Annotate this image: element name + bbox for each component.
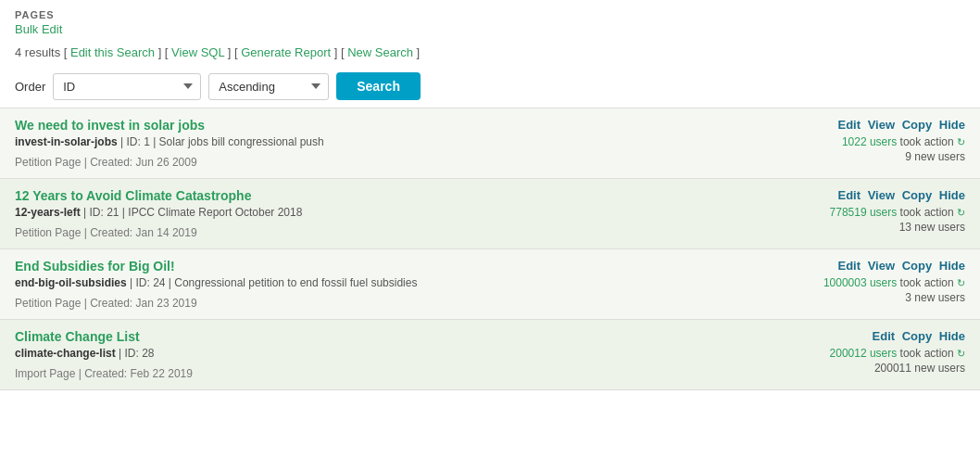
results-bar: 4 results [ Edit this Search ] [ View SQ… <box>0 40 980 65</box>
users-link[interactable]: 1022 users <box>842 135 897 148</box>
users-took-action: 1022 users took action ↻ <box>826 135 965 148</box>
users-link[interactable]: 200012 users <box>830 347 898 360</box>
result-left: We need to invest in solar jobsinvest-in… <box>15 118 808 169</box>
search-bar: Order ID Title Created Updated Ascending… <box>0 65 980 108</box>
users-took-action: 778519 users took action ↻ <box>826 206 965 219</box>
result-title-link[interactable]: We need to invest in solar jobs <box>15 118 205 133</box>
refresh-icon: ↻ <box>957 207 965 218</box>
result-meta: climate-change-list | ID: 28 <box>15 347 808 360</box>
generate-report-link[interactable]: Generate Report <box>241 45 331 59</box>
edit-search-link[interactable]: Edit this Search <box>70 45 155 59</box>
action-view-link[interactable]: View <box>868 118 895 132</box>
table-row: End Subsidies for Big Oil!end-big-oil-su… <box>0 248 980 319</box>
result-left: 12 Years to Avoid Climate Catastrophe12-… <box>15 188 808 239</box>
action-copy-link[interactable]: Copy <box>902 329 933 343</box>
sort-select[interactable]: Ascending Descending <box>208 73 329 100</box>
action-hide-link[interactable]: Hide <box>939 118 965 132</box>
result-right: Edit View Copy Hide 1022 users took acti… <box>808 118 965 163</box>
action-links: Edit View Copy Hide <box>823 259 965 273</box>
result-type: Petition Page | Created: Jan 23 2019 <box>15 297 805 310</box>
users-link[interactable]: 778519 users <box>830 206 898 219</box>
action-links: Edit Copy Hide <box>826 329 965 343</box>
users-link[interactable]: 1000003 users <box>823 276 897 289</box>
result-title-link[interactable]: 12 Years to Avoid Climate Catastrophe <box>15 188 251 203</box>
action-links: Edit View Copy Hide <box>826 188 965 202</box>
result-right: Edit View Copy Hide 778519 users took ac… <box>808 188 965 234</box>
result-title-link[interactable]: Climate Change List <box>15 329 140 344</box>
action-copy-link[interactable]: Copy <box>902 259 933 273</box>
action-links: Edit View Copy Hide <box>826 118 965 132</box>
result-type: Import Page | Created: Feb 22 2019 <box>15 367 808 380</box>
view-sql-link[interactable]: View SQL <box>171 45 224 59</box>
table-row: We need to invest in solar jobsinvest-in… <box>0 108 980 178</box>
result-right: Edit View Copy Hide 1000003 users took a… <box>805 259 965 304</box>
result-left: Climate Change Listclimate-change-list |… <box>15 329 808 380</box>
pages-label: PAGES <box>15 9 965 20</box>
refresh-icon: ↻ <box>957 136 965 147</box>
result-left: End Subsidies for Big Oil!end-big-oil-su… <box>15 259 805 310</box>
action-edit-link[interactable]: Edit <box>838 188 861 202</box>
action-edit-link[interactable]: Edit <box>838 259 861 273</box>
table-row: Climate Change Listclimate-change-list |… <box>0 319 980 389</box>
refresh-icon: ↻ <box>957 277 965 288</box>
pages-header: PAGES Bulk Edit <box>0 0 980 40</box>
action-copy-link[interactable]: Copy <box>902 188 933 202</box>
result-meta: 12-years-left | ID: 21 | IPCC Climate Re… <box>15 206 808 219</box>
result-title-link[interactable]: End Subsidies for Big Oil! <box>15 259 175 274</box>
result-type: Petition Page | Created: Jan 14 2019 <box>15 226 808 239</box>
result-meta: invest-in-solar-jobs | ID: 1 | Solar job… <box>15 135 808 148</box>
new-users-count: 200011 new users <box>826 362 965 375</box>
action-hide-link[interactable]: Hide <box>939 329 965 343</box>
result-meta: end-big-oil-subsidies | ID: 24 | Congres… <box>15 276 805 289</box>
users-took-action: 200012 users took action ↻ <box>826 347 965 360</box>
refresh-icon: ↻ <box>957 348 965 359</box>
bulk-edit-link[interactable]: Bulk Edit <box>15 22 62 36</box>
new-users-count: 9 new users <box>826 150 965 163</box>
action-view-link[interactable]: View <box>868 188 895 202</box>
users-took-action: 1000003 users took action ↻ <box>823 276 965 289</box>
new-search-link[interactable]: New Search <box>347 45 413 59</box>
action-view-link[interactable]: View <box>868 259 895 273</box>
new-users-count: 13 new users <box>826 221 965 234</box>
action-edit-link[interactable]: Edit <box>873 329 896 343</box>
order-select[interactable]: ID Title Created Updated <box>53 73 201 100</box>
table-row: 12 Years to Avoid Climate Catastrophe12-… <box>0 178 980 248</box>
result-right: Edit Copy Hide 200012 users took action … <box>808 329 965 375</box>
results-count-text: 4 results [ <box>15 45 70 59</box>
action-hide-link[interactable]: Hide <box>939 259 965 273</box>
search-button[interactable]: Search <box>336 72 421 100</box>
result-type: Petition Page | Created: Jun 26 2009 <box>15 156 808 169</box>
action-edit-link[interactable]: Edit <box>838 118 861 132</box>
bottom-border <box>0 389 980 390</box>
order-label: Order <box>15 80 45 94</box>
action-copy-link[interactable]: Copy <box>902 118 933 132</box>
results-container: We need to invest in solar jobsinvest-in… <box>0 108 980 389</box>
action-hide-link[interactable]: Hide <box>939 188 965 202</box>
new-users-count: 3 new users <box>823 291 965 304</box>
